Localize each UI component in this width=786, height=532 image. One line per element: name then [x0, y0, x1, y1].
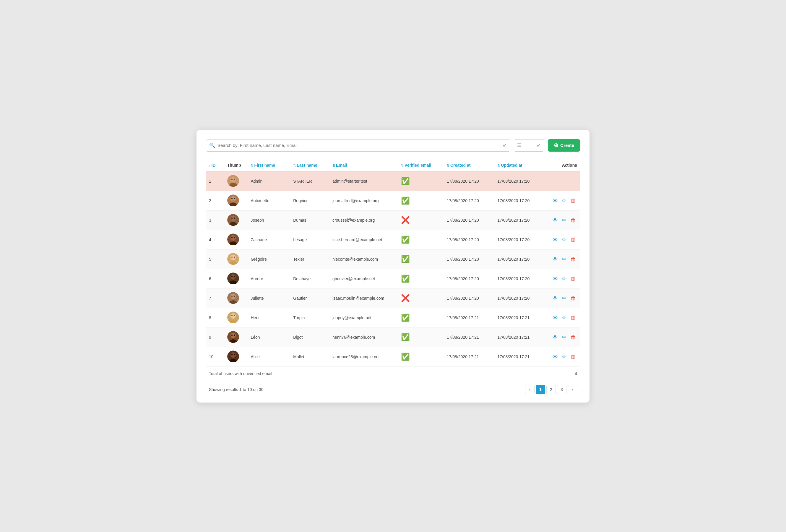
svg-point-15 — [230, 216, 236, 221]
per-page-confirm-icon[interactable]: ✔ — [537, 142, 541, 149]
table-body: 1 Admin STARTER admin@starter.test ✅ 17/… — [206, 171, 580, 367]
col-header-thumb: Thumb — [224, 160, 248, 171]
svg-point-47 — [234, 315, 235, 316]
delete-button[interactable]: 🗑 — [570, 256, 577, 263]
view-button[interactable]: 👁 — [551, 217, 559, 224]
col-header-last-name[interactable]: ⇅Last name — [290, 160, 329, 171]
search-confirm-icon[interactable]: ✔ — [503, 142, 507, 149]
col-header-created-at[interactable]: ⇅Created at — [444, 160, 494, 171]
create-button[interactable]: ⊕ Create — [548, 139, 580, 152]
unverified-summary-label: Total of users with unverified email — [209, 371, 272, 376]
search-input[interactable] — [217, 143, 503, 148]
edit-button[interactable]: ✏ — [561, 333, 568, 341]
col-header-updated-at[interactable]: ⇅Updated at — [494, 160, 545, 171]
edit-button[interactable]: ✏ — [561, 294, 568, 302]
view-button[interactable]: 👁 — [551, 353, 559, 361]
cell-updated-at: 17/08/2020 17:20 — [494, 288, 545, 308]
pagination-next[interactable]: › — [568, 385, 577, 394]
cell-thumb — [224, 327, 248, 347]
cell-thumb — [224, 230, 248, 250]
svg-point-5 — [234, 179, 235, 180]
svg-point-45 — [230, 313, 236, 319]
svg-point-22 — [231, 237, 233, 238]
edit-button[interactable]: ✏ — [561, 275, 568, 282]
delete-button[interactable]: 🗑 — [570, 334, 577, 341]
svg-point-40 — [231, 296, 233, 297]
col-header-first-name[interactable]: ⇅First name — [248, 160, 291, 171]
delete-button[interactable]: 🗑 — [570, 217, 577, 224]
cell-last-name: Gautier — [290, 288, 329, 308]
delete-button[interactable]: 🗑 — [570, 353, 577, 361]
svg-point-57 — [230, 352, 236, 357]
verified-yes-icon: ✅ — [401, 196, 410, 205]
cell-email: luce.bernard@example.net — [329, 230, 398, 250]
col-header-verified[interactable]: ⇅Verified email — [398, 160, 444, 171]
edit-button[interactable]: ✏ — [561, 314, 568, 322]
delete-button[interactable]: 🗑 — [570, 295, 577, 302]
cell-email: nlecomte@example.com — [329, 250, 398, 269]
verified-no-icon: ❌ — [401, 216, 410, 224]
view-button[interactable]: 👁 — [551, 197, 559, 205]
cell-id: 3 — [206, 210, 224, 230]
avatar — [227, 331, 239, 343]
svg-point-53 — [234, 334, 235, 336]
edit-button[interactable]: ✏ — [561, 236, 568, 244]
cell-id: 6 — [206, 269, 224, 288]
cell-thumb — [224, 308, 248, 327]
search-icon: 🔍 — [209, 142, 215, 148]
col-header-id[interactable]: ↑ID — [206, 160, 224, 171]
per-page-wrapper: ☰ 10 ✔ — [514, 139, 544, 152]
svg-point-9 — [230, 196, 236, 202]
delete-button[interactable]: 🗑 — [570, 197, 577, 205]
edit-button[interactable]: ✏ — [561, 255, 568, 263]
cell-email: jean.alfred@example.org — [329, 191, 398, 210]
delete-button[interactable]: 🗑 — [570, 236, 577, 244]
cell-verified: ✅ — [398, 230, 444, 250]
verified-yes-icon: ✅ — [401, 177, 410, 185]
pagination-prev[interactable]: ‹ — [525, 385, 534, 394]
cell-id: 9 — [206, 327, 224, 347]
view-button[interactable]: 👁 — [551, 334, 559, 341]
cell-updated-at: 17/08/2020 17:21 — [494, 327, 545, 347]
cell-created-at: 17/08/2020 17:20 — [444, 269, 494, 288]
edit-button[interactable]: ✏ — [561, 197, 568, 205]
pagination-page-1[interactable]: 1 — [536, 385, 545, 394]
actions-cell: 👁 ✏ 🗑 — [548, 333, 577, 341]
col-header-email[interactable]: ⇅Email — [329, 160, 398, 171]
cell-last-name: Dumas — [290, 210, 329, 230]
cell-actions: 👁 ✏ 🗑 — [545, 210, 580, 230]
cell-first-name: Zacharie — [248, 230, 291, 250]
avatar — [227, 214, 239, 226]
delete-button[interactable]: 🗑 — [570, 275, 577, 282]
cell-last-name: Lesage — [290, 230, 329, 250]
cell-actions: 👁 ✏ 🗑 — [545, 308, 580, 327]
pagination-page-2[interactable]: 2 — [546, 385, 556, 394]
per-page-input[interactable]: 10 — [524, 143, 534, 148]
sort-arrow-first: ⇅ — [251, 164, 254, 167]
svg-point-17 — [234, 217, 235, 219]
cell-created-at: 17/08/2020 17:20 — [444, 288, 494, 308]
view-button[interactable]: 👁 — [551, 256, 559, 263]
edit-button[interactable]: ✏ — [561, 216, 568, 224]
view-button[interactable]: 👁 — [551, 314, 559, 322]
actions-cell: 👁 ✏ 🗑 — [548, 197, 577, 205]
svg-point-59 — [234, 354, 235, 355]
edit-button[interactable]: ✏ — [561, 353, 568, 361]
delete-button[interactable]: 🗑 — [570, 314, 577, 322]
view-button[interactable]: 👁 — [551, 236, 559, 244]
cell-updated-at: 17/08/2020 17:20 — [494, 269, 545, 288]
cell-updated-at: 17/08/2020 17:20 — [494, 230, 545, 250]
sort-arrow-verified: ⇅ — [401, 164, 403, 167]
avatar — [227, 233, 239, 245]
pagination-controls: ‹ 1 2 3 › — [525, 385, 577, 394]
view-button[interactable]: 👁 — [551, 295, 559, 302]
verified-yes-icon: ✅ — [401, 333, 410, 341]
actions-cell: 👁 ✏ 🗑 — [548, 275, 577, 282]
cell-created-at: 17/08/2020 17:20 — [444, 191, 494, 210]
cell-created-at: 17/08/2020 17:20 — [444, 230, 494, 250]
cell-last-name: Bigot — [290, 327, 329, 347]
pagination-info: Showing results 1 to 10 on 30 — [209, 387, 263, 392]
avatar — [227, 175, 239, 187]
pagination-page-3[interactable]: 3 — [557, 385, 567, 394]
view-button[interactable]: 👁 — [551, 275, 559, 282]
